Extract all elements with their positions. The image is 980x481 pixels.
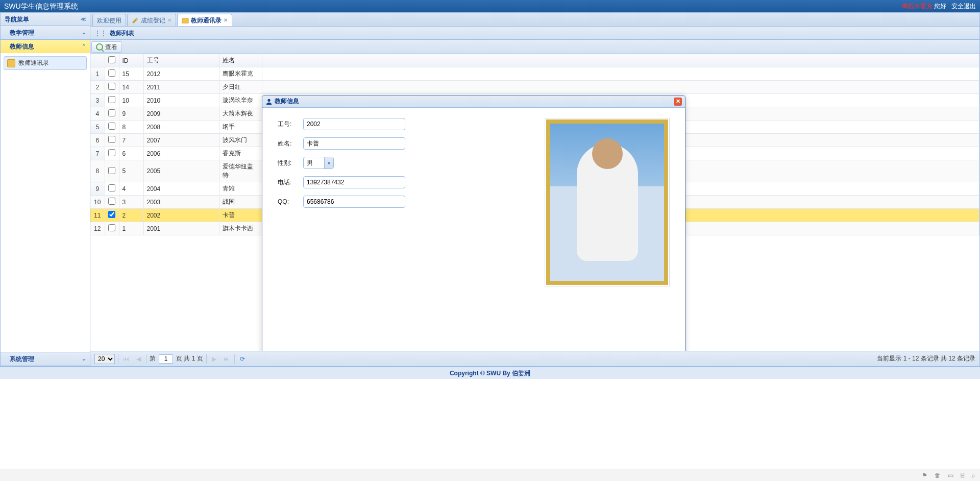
first-page-button[interactable]: ⏮: [121, 354, 131, 364]
label-phone: 电话:: [278, 178, 298, 187]
teacher-photo: [546, 119, 668, 285]
teacher-grid: ID 工号 姓名 1152012鹰眼米霍克2142011夕日红3102010漩涡…: [90, 54, 979, 351]
check-all[interactable]: [108, 56, 115, 63]
row-checkbox[interactable]: [108, 109, 115, 116]
tab-welcome[interactable]: 欢迎使用: [92, 14, 126, 26]
table-row[interactable]: 1152012鹰眼米霍克: [90, 67, 979, 81]
header-right: 鹰眼米霍克 您好 安全退出: [902, 0, 976, 12]
current-user: 鹰眼米霍克: [902, 3, 933, 10]
greeting: 您好: [934, 3, 946, 10]
chevron-down-icon: ⌄: [82, 26, 86, 39]
label-jobno: 工号:: [278, 120, 298, 129]
row-checkbox[interactable]: [108, 184, 115, 191]
row-checkbox[interactable]: [108, 69, 115, 77]
chevron-down-icon: ⌄: [82, 352, 86, 366]
main-area: 欢迎使用 成绩登记 ✕ 教师通讯录 ✕ ⋮⋮ 教师列表 查看: [90, 12, 980, 367]
label-qq: QQ:: [278, 198, 298, 205]
logout-link[interactable]: 安全退出: [951, 3, 976, 10]
tab-grades[interactable]: 成绩登记 ✕: [127, 14, 176, 26]
input-jobno[interactable]: [303, 118, 405, 130]
view-button[interactable]: 查看: [91, 41, 122, 53]
pager: 20 ⏮ ◀ 第 页 共 1 页 ▶ ⏭ ⟳ 当前显示 1 - 12 条记录 共…: [90, 351, 979, 366]
photo-frame: [545, 118, 670, 286]
row-checkbox[interactable]: [108, 136, 115, 143]
table-row[interactable]: 2142011夕日红: [90, 81, 979, 94]
prev-page-button[interactable]: ◀: [134, 354, 143, 364]
panel-title-bar: ⋮⋮ 教师列表: [90, 27, 979, 40]
combo-sex[interactable]: 男 ▾: [303, 157, 334, 169]
row-checkbox[interactable]: [108, 198, 115, 205]
accordion-teacher-info[interactable]: 教师信息 ⌃: [1, 40, 90, 53]
row-checkbox[interactable]: [108, 123, 115, 130]
folder-icon: [182, 17, 189, 24]
row-checkbox[interactable]: [108, 167, 115, 174]
col-name[interactable]: 姓名: [219, 54, 262, 67]
row-checkbox[interactable]: [108, 96, 115, 103]
col-checkbox: [105, 54, 119, 67]
nav-teacher-contacts[interactable]: 教师通讯录: [4, 56, 87, 70]
grip-icon: ⋮⋮: [94, 27, 107, 40]
svg-point-1: [267, 99, 270, 101]
magnifier-icon: [96, 43, 103, 51]
col-rownum: [90, 54, 105, 67]
person-icon: [265, 98, 273, 105]
dialog-close-button[interactable]: ✕: [674, 98, 682, 106]
app-title: SWU学生信息管理系统: [4, 0, 78, 12]
nav-sidebar: 导航菜单 ≪ 教学管理 ⌄ 教师信息 ⌃ 教师通讯录 系统: [0, 12, 90, 367]
nav-title: 导航菜单 ≪: [1, 13, 90, 26]
row-checkbox[interactable]: [108, 211, 115, 218]
pencil-icon: [132, 17, 139, 24]
teacher-form: 工号: 姓名: 性别: 男 ▾: [278, 118, 405, 351]
input-name[interactable]: [303, 137, 405, 150]
accordion-system[interactable]: 系统管理 ⌄: [1, 352, 90, 366]
col-id[interactable]: ID: [119, 54, 143, 67]
page-input[interactable]: [159, 354, 173, 364]
close-icon[interactable]: ✕: [224, 14, 228, 27]
label-sex: 性别:: [278, 159, 298, 167]
chevron-down-icon: ▾: [324, 157, 333, 169]
last-page-button[interactable]: ⏭: [222, 354, 231, 364]
pager-info: 当前显示 1 - 12 条记录 共 12 条记录: [877, 354, 975, 363]
page-size-select[interactable]: 20: [94, 354, 115, 364]
row-checkbox[interactable]: [108, 83, 115, 90]
svg-rect-0: [182, 18, 188, 23]
footer: Copyright © SWU By 伯姜洲: [0, 367, 980, 379]
toolbar: 查看: [90, 40, 979, 54]
accordion-body: 教师通讯录: [1, 53, 90, 206]
refresh-button[interactable]: ⟳: [238, 354, 247, 364]
collapse-left-icon[interactable]: ≪: [81, 13, 86, 26]
col-jobno[interactable]: 工号: [143, 54, 219, 67]
input-phone[interactable]: [303, 176, 405, 188]
character-illustration: [577, 143, 638, 261]
next-page-button[interactable]: ▶: [210, 354, 219, 364]
input-qq[interactable]: [303, 196, 405, 208]
label-name: 姓名:: [278, 139, 298, 148]
app-header: SWU学生信息管理系统 鹰眼米霍克 您好 安全退出: [0, 0, 980, 12]
tab-teacher-contacts[interactable]: 教师通讯录 ✕: [177, 14, 232, 26]
tab-bar: 欢迎使用 成绩登记 ✕ 教师通讯录 ✕: [90, 13, 979, 27]
teacher-info-dialog: 教师信息 ✕ 工号: 姓名:: [262, 95, 685, 351]
dialog-header[interactable]: 教师信息 ✕: [262, 95, 685, 108]
chevron-up-icon: ⌃: [82, 40, 86, 53]
folder-icon: [7, 59, 15, 67]
close-icon[interactable]: ✕: [167, 14, 172, 27]
row-checkbox[interactable]: [108, 149, 115, 156]
accordion-teaching[interactable]: 教学管理 ⌄: [1, 26, 90, 39]
row-checkbox[interactable]: [108, 224, 115, 231]
